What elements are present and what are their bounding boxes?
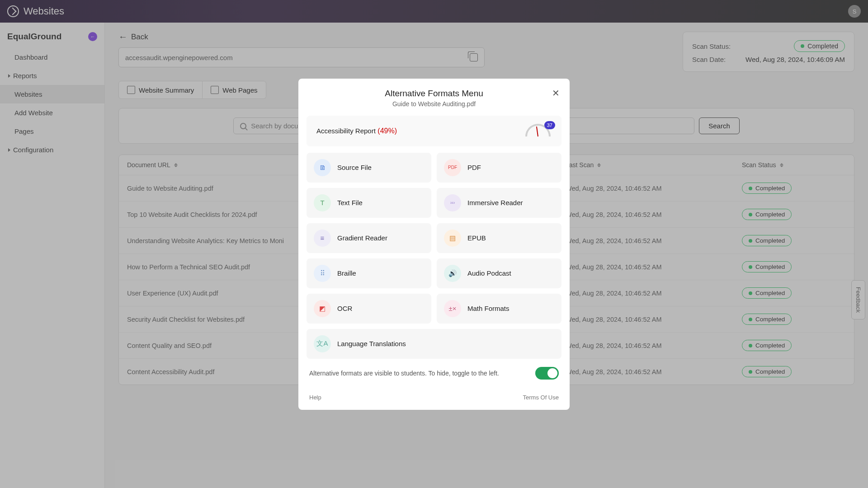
format-label: PDF xyxy=(467,164,481,171)
format-label: Math Formats xyxy=(467,305,509,312)
format-label: Gradient Reader xyxy=(337,234,387,242)
ocr-icon: ◩ xyxy=(314,300,331,317)
audio-podcast-icon: 🔊 xyxy=(444,265,461,282)
format-label: EPUB xyxy=(467,234,486,242)
gauge-score: 37 xyxy=(544,121,555,129)
format-label: Language Translations xyxy=(337,340,406,347)
source-file-icon: 🗎 xyxy=(314,159,331,176)
toggle-description: Alternative formats are visible to stude… xyxy=(309,370,499,377)
format-label: Immersive Reader xyxy=(467,199,523,206)
gradient-reader-icon: ≡ xyxy=(314,230,331,247)
format-label: Text File xyxy=(337,199,363,206)
format-label: Source File xyxy=(337,164,372,171)
format-ocr[interactable]: ◩ OCR xyxy=(307,294,431,324)
modal-title: Alternative Formats Menu xyxy=(310,89,558,99)
math-formats-icon: ±× xyxy=(444,300,461,317)
report-label: Accessibility Report xyxy=(316,127,376,135)
format-immersive-reader[interactable]: ››› Immersive Reader xyxy=(437,188,561,218)
format-text-file[interactable]: T Text File xyxy=(307,188,431,218)
format-math-formats[interactable]: ±× Math Formats xyxy=(437,294,561,324)
alternative-formats-modal: Alternative Formats Menu Guide to Websit… xyxy=(298,79,570,410)
language-translations-icon: 文A xyxy=(314,335,331,352)
format-braille[interactable]: ⠿ Braille xyxy=(307,258,431,288)
braille-icon: ⠿ xyxy=(314,265,331,282)
modal-header: Alternative Formats Menu Guide to Websit… xyxy=(298,79,570,116)
text-file-icon: T xyxy=(314,194,331,211)
format-source-file[interactable]: 🗎 Source File xyxy=(307,153,431,183)
modal-overlay[interactable]: Alternative Formats Menu Guide to Websit… xyxy=(0,0,868,488)
accessibility-report-row[interactable]: Accessibility Report (49%) 37 xyxy=(307,116,561,146)
format-label: OCR xyxy=(337,305,352,312)
immersive-reader-icon: ››› xyxy=(444,194,461,211)
gauge-icon: 37 xyxy=(525,124,552,138)
help-link[interactable]: Help xyxy=(309,394,321,401)
format-audio-podcast[interactable]: 🔊 Audio Podcast xyxy=(437,258,561,288)
format-language-translations[interactable]: 文A Language Translations xyxy=(307,329,561,359)
visibility-toggle[interactable] xyxy=(535,367,559,380)
format-epub[interactable]: ▤ EPUB xyxy=(437,223,561,253)
close-icon[interactable]: ✕ xyxy=(552,88,560,99)
format-pdf[interactable]: PDF PDF xyxy=(437,153,561,183)
pdf-icon: PDF xyxy=(444,159,461,176)
modal-subtitle: Guide to Website Auditing.pdf xyxy=(310,100,558,108)
format-label: Braille xyxy=(337,269,356,277)
terms-link[interactable]: Terms Of Use xyxy=(523,394,559,401)
visibility-toggle-row: Alternative formats are visible to stude… xyxy=(307,359,561,386)
format-label: Audio Podcast xyxy=(467,269,511,277)
epub-icon: ▤ xyxy=(444,230,461,247)
format-gradient-reader[interactable]: ≡ Gradient Reader xyxy=(307,223,431,253)
report-percentage: (49%) xyxy=(377,127,397,135)
modal-footer: Help Terms Of Use xyxy=(298,394,570,410)
